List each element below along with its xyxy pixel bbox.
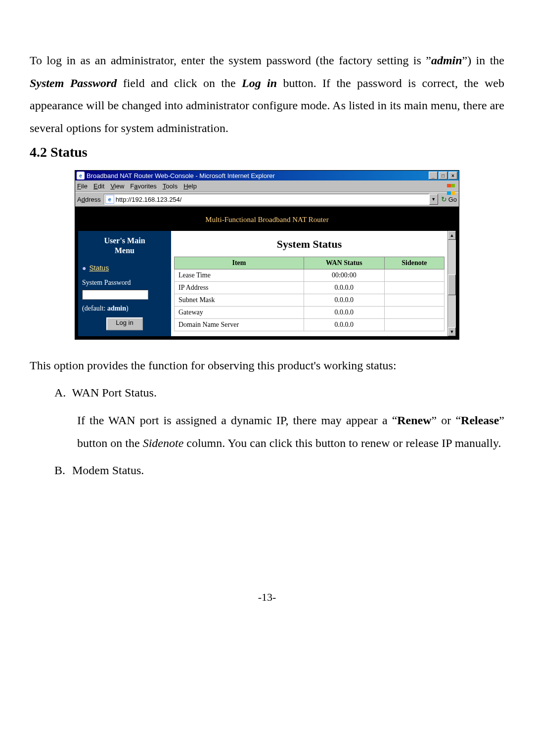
status-link-label: Status bbox=[89, 264, 109, 272]
section-title: Status bbox=[50, 144, 88, 160]
go-button[interactable]: ↻ Go bbox=[441, 195, 457, 203]
table-row: Domain Name Server 0.0.0.0 bbox=[175, 319, 445, 331]
section-heading: 4.2 Status bbox=[30, 144, 504, 160]
menu-help[interactable]: Help bbox=[183, 182, 197, 190]
list-item-a: A. WAN Port Status. bbox=[54, 382, 504, 404]
ie-icon: e bbox=[77, 172, 85, 179]
list-letter-b: B. bbox=[54, 459, 69, 482]
table-row: Lease Time 00:00:00 bbox=[175, 269, 445, 282]
menu-favorites[interactable]: Favorites bbox=[130, 182, 156, 190]
go-arrow-icon: ↻ bbox=[441, 195, 447, 203]
table-header-row: Item WAN Status Sidenote bbox=[175, 257, 445, 269]
menu-edit[interactable]: Edit bbox=[93, 182, 104, 190]
vertical-scrollbar[interactable]: ▲ ▼ bbox=[447, 231, 456, 336]
col-sidenote: Sidenote bbox=[384, 257, 444, 269]
list-body-a: If the WAN port is assigned a dynamic IP… bbox=[77, 409, 504, 454]
system-password-label: System Password bbox=[82, 279, 167, 287]
list-item-b: B. Modem Status. bbox=[54, 459, 504, 482]
col-wan: WAN Status bbox=[304, 257, 384, 269]
sidebar-title: User's Main Menu bbox=[82, 233, 167, 260]
scrollbar-thumb[interactable] bbox=[448, 274, 456, 295]
login-button[interactable]: Log in bbox=[106, 317, 143, 330]
content-title: System Status bbox=[174, 231, 445, 257]
col-item: Item bbox=[175, 257, 304, 269]
bullet-icon: ● bbox=[82, 264, 86, 272]
ie-window: e Broadband NAT Router Web-Console - Mic… bbox=[75, 170, 459, 339]
address-bar: Address e http://192.168.123.254/ ▼ ↻ Go bbox=[75, 192, 459, 207]
status-table: Item WAN Status Sidenote Lease Time 00:0… bbox=[174, 257, 445, 331]
maximize-button[interactable]: □ bbox=[439, 172, 447, 179]
menu-tools[interactable]: Tools bbox=[163, 182, 178, 190]
page-number: -13- bbox=[30, 591, 504, 604]
after-figure-paragraph: This option provides the function for ob… bbox=[30, 355, 504, 377]
section-number: 4.2 bbox=[30, 144, 47, 160]
default-hint: (default: admin) bbox=[82, 305, 167, 312]
list-title-a: WAN Port Status. bbox=[72, 386, 157, 399]
table-row: Gateway 0.0.0.0 bbox=[175, 307, 445, 319]
list-title-b: Modem Status. bbox=[72, 464, 144, 477]
go-label: Go bbox=[448, 196, 457, 203]
scroll-down-button[interactable]: ▼ bbox=[448, 327, 456, 336]
menu-view[interactable]: View bbox=[110, 182, 124, 190]
address-input[interactable]: e http://192.168.123.254/ bbox=[104, 194, 429, 205]
close-button[interactable]: × bbox=[448, 172, 457, 179]
menu-file[interactable]: File bbox=[77, 182, 88, 190]
address-label: Address bbox=[77, 196, 101, 203]
page-icon: e bbox=[105, 195, 114, 204]
window-titlebar: e Broadband NAT Router Web-Console - Mic… bbox=[75, 171, 459, 180]
browser-client-area: Multi-Functional Broadband NAT Router Us… bbox=[75, 207, 459, 339]
menubar: File Edit View Favorites Tools Help bbox=[75, 180, 459, 192]
scrollbar-track[interactable] bbox=[448, 240, 456, 327]
sidebar: User's Main Menu ●Status System Password… bbox=[78, 231, 171, 336]
windows-flag-icon bbox=[447, 181, 457, 190]
list-letter-a: A. bbox=[54, 382, 69, 404]
content-pane: System Status Item WAN Status Sidenote L… bbox=[171, 231, 456, 336]
scroll-up-button[interactable]: ▲ bbox=[448, 231, 456, 240]
document-page: To log in as an administrator, enter the… bbox=[0, 0, 534, 623]
table-row: Subnet Mask 0.0.0.0 bbox=[175, 294, 445, 307]
address-url: http://192.168.123.254/ bbox=[116, 196, 182, 203]
address-dropdown-button[interactable]: ▼ bbox=[429, 194, 438, 205]
table-row: IP Address 0.0.0.0 bbox=[175, 282, 445, 294]
intro-paragraph: To log in as an administrator, enter the… bbox=[30, 49, 504, 139]
router-banner: Multi-Functional Broadband NAT Router bbox=[78, 210, 456, 231]
window-title: Broadband NAT Router Web-Console - Micro… bbox=[87, 172, 429, 179]
minimize-button[interactable]: _ bbox=[429, 172, 438, 179]
system-password-input[interactable] bbox=[82, 290, 148, 300]
sidebar-item-status[interactable]: ●Status bbox=[82, 264, 167, 272]
